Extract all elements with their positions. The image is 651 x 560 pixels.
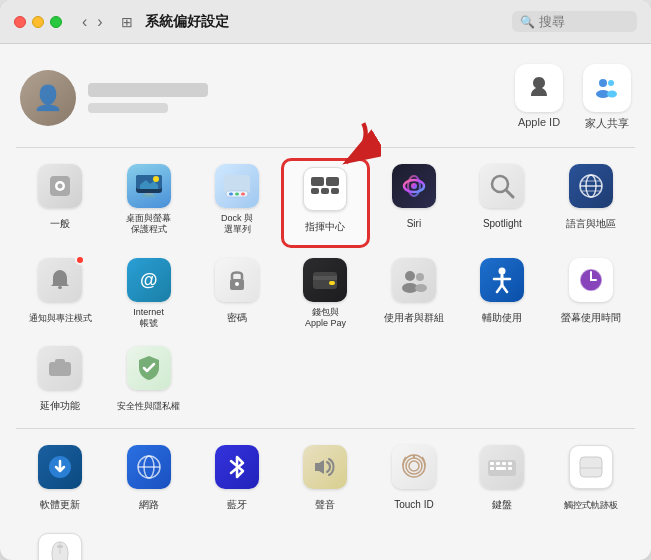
- grid-item-accessibility[interactable]: 輔助使用: [458, 252, 546, 336]
- avatar: 👤: [20, 70, 76, 126]
- profile-right: Apple ID 家人共享: [515, 64, 631, 131]
- row3: 軟體更新 網路: [16, 439, 635, 523]
- network-icon: [127, 445, 171, 489]
- svg-rect-16: [241, 193, 245, 196]
- grid-item-keyboard[interactable]: 鍵盤: [458, 439, 546, 523]
- minimize-button[interactable]: [32, 16, 44, 28]
- svg-rect-39: [329, 281, 335, 285]
- titlebar: ‹ › ⊞ 系統偏好設定 🔍: [0, 0, 651, 44]
- grid-item-password[interactable]: 密碼: [193, 252, 281, 336]
- screentime-icon: [569, 258, 613, 302]
- svg-line-48: [502, 285, 507, 292]
- screentime-label: 螢幕使用時間: [561, 306, 621, 330]
- svg-point-25: [411, 183, 417, 189]
- spacer5: [547, 340, 635, 424]
- bluetooth-icon: [215, 445, 259, 489]
- back-button[interactable]: ‹: [78, 11, 91, 33]
- spacer-r3b-5: [370, 527, 458, 560]
- divider-2: [16, 428, 635, 429]
- spacer4: [458, 340, 546, 424]
- maximize-button[interactable]: [50, 16, 62, 28]
- grid-item-mission[interactable]: 指揮中心: [281, 158, 369, 248]
- spacer-r3b-7: [547, 527, 635, 560]
- grid-item-general[interactable]: 一般: [16, 158, 104, 248]
- network-label: 網路: [139, 493, 159, 517]
- grid-item-mouse[interactable]: 滑鼠: [16, 527, 104, 560]
- search-input[interactable]: [539, 14, 629, 29]
- row2b: 延伸功能 安全性與隱私權: [16, 340, 635, 424]
- svg-point-36: [235, 282, 239, 286]
- apple-id-item[interactable]: Apple ID: [515, 64, 563, 131]
- grid-item-sound[interactable]: 聲音: [281, 439, 369, 523]
- password-icon: [215, 258, 259, 302]
- svg-point-43: [415, 284, 427, 292]
- svg-point-0: [599, 79, 607, 87]
- grid-item-network[interactable]: 網路: [104, 439, 192, 523]
- svg-rect-70: [496, 467, 506, 470]
- svg-rect-75: [57, 545, 63, 548]
- svg-rect-68: [490, 467, 494, 470]
- svg-rect-66: [502, 462, 506, 465]
- grid-item-spotlight[interactable]: Spotlight: [458, 158, 546, 248]
- row2: 通知與專注模式 @ Internet帳號: [16, 252, 635, 336]
- svg-rect-12: [224, 175, 250, 193]
- keyboard-icon: [480, 445, 524, 489]
- content-area: 👤 Apple ID: [0, 44, 651, 560]
- svg-point-44: [499, 268, 506, 275]
- spacer-r3b-4: [281, 527, 369, 560]
- forward-button[interactable]: ›: [93, 11, 106, 33]
- siri-label: Siri: [407, 212, 421, 236]
- touchid-icon: [392, 445, 436, 489]
- grid-item-bluetooth[interactable]: 藍牙: [193, 439, 281, 523]
- svg-point-11: [153, 176, 159, 182]
- system-preferences-window: ‹ › ⊞ 系統偏好設定 🔍 👤: [0, 0, 651, 560]
- family-sharing-item[interactable]: 家人共享: [583, 64, 631, 131]
- grid-item-extension[interactable]: 延伸功能: [16, 340, 104, 424]
- close-button[interactable]: [14, 16, 26, 28]
- mission-icon: [303, 167, 347, 211]
- svg-rect-64: [490, 462, 494, 465]
- security-icon: [127, 346, 171, 390]
- grid-item-dock[interactable]: Dock 與選單列: [193, 158, 281, 248]
- svg-rect-65: [496, 462, 500, 465]
- dock-label: Dock 與選單列: [221, 212, 253, 236]
- grid-item-siri[interactable]: Siri: [370, 158, 458, 248]
- software-icon: [38, 445, 82, 489]
- svg-point-1: [608, 80, 614, 86]
- svg-rect-10: [142, 195, 156, 197]
- grid-item-language[interactable]: 語言與地區: [547, 158, 635, 248]
- row3b: 滑鼠: [16, 527, 635, 560]
- grid-item-screentime[interactable]: 螢幕使用時間: [547, 252, 635, 336]
- spacer-r3b-3: [193, 527, 281, 560]
- svg-rect-33: [58, 286, 62, 289]
- notification-label: 通知與專注模式: [29, 306, 92, 330]
- profile-info: [88, 83, 503, 113]
- profile-name: [88, 83, 208, 97]
- svg-rect-71: [508, 467, 512, 470]
- svg-rect-67: [508, 462, 512, 465]
- search-bar[interactable]: 🔍: [512, 11, 637, 32]
- grid-icon: ⊞: [121, 14, 133, 30]
- grid-item-touchid[interactable]: Touch ID: [370, 439, 458, 523]
- spotlight-label: Spotlight: [483, 212, 522, 236]
- notification-icon: [38, 258, 82, 302]
- grid-item-desktop[interactable]: 桌面與螢幕保護程式: [104, 158, 192, 248]
- svg-line-27: [506, 190, 513, 197]
- siri-icon: [392, 164, 436, 208]
- svg-rect-15: [235, 193, 239, 196]
- grid-item-trackpad[interactable]: 觸控式軌跡板: [547, 439, 635, 523]
- language-label: 語言與地區: [566, 212, 616, 236]
- grid-item-notification[interactable]: 通知與專注模式: [16, 252, 104, 336]
- grid-item-users[interactable]: 使用者與群組: [370, 252, 458, 336]
- traffic-lights: [14, 16, 62, 28]
- svg-rect-21: [321, 188, 329, 194]
- grid-item-wallet[interactable]: 錢包與Apple Pay: [281, 252, 369, 336]
- grid-item-internet[interactable]: @ Internet帳號: [104, 252, 192, 336]
- svg-rect-37: [313, 272, 337, 289]
- spacer3: [370, 340, 458, 424]
- grid-item-software[interactable]: 軟體更新: [16, 439, 104, 523]
- users-label: 使用者與群組: [384, 306, 444, 330]
- apple-id-label: Apple ID: [518, 116, 560, 128]
- internet-icon: @: [127, 258, 171, 302]
- grid-item-security[interactable]: 安全性與隱私權: [104, 340, 192, 424]
